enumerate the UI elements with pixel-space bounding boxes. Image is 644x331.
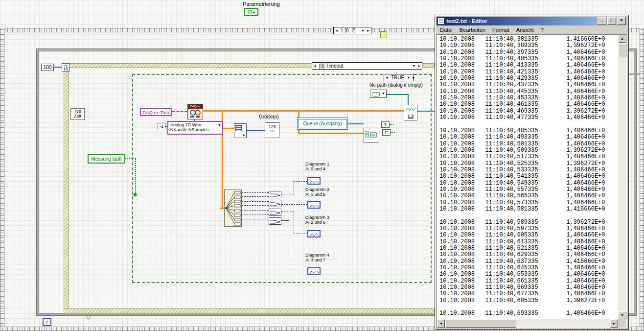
menu-bearbeiten[interactable]: Bearbeiten <box>456 26 489 33</box>
wait-until-next-ms-icon[interactable] <box>62 63 70 71</box>
notepad-menu-bar: Datei Bearbeiten Format Ansicht ? <box>437 25 627 34</box>
chart-terminal-3[interactable] <box>307 230 321 237</box>
loop-iteration-terminal[interactable]: i <box>43 318 51 326</box>
labview-block-diagram: Parametrierung TF▸ ◄ 1 [0..2] ▼ ► i 100 … <box>0 0 644 331</box>
enqueue-element-node[interactable] <box>364 128 379 142</box>
parametrierung-boolean-terminal[interactable]: TF▸ <box>244 8 258 16</box>
wait-ms-constant[interactable]: 100 <box>41 64 54 71</box>
terminal-arrow-icon: ▸ <box>253 10 255 14</box>
polymorphic-selector[interactable]: Analog 1D Wfm NKanäle NSamples ▼ <box>167 121 223 135</box>
poly-dropdown-icon[interactable]: ▼ <box>218 123 221 127</box>
close-button[interactable]: × <box>617 17 626 25</box>
messung-laeuft-indicator[interactable]: Messung läuft <box>88 154 125 164</box>
chart-terminal-4[interactable] <box>307 267 321 275</box>
chart-glyph-icon <box>308 270 320 275</box>
inner-case-selector[interactable]: ◄ TRUE ▼ ► <box>384 74 414 81</box>
frame-dropdown-icon[interactable]: ▼ <box>360 29 366 32</box>
scrollbar-corner <box>618 319 626 328</box>
diagram-3-label: Diagramm 3AI 2 und 6 <box>305 215 329 225</box>
parametrierung-label: Parametrierung <box>243 1 280 7</box>
array-size-node[interactable]: ▸ <box>234 123 247 138</box>
groesse-label: Größe(n) <box>259 114 279 119</box>
waveform-wire <box>203 110 404 112</box>
file-path-control[interactable]: ▼ <box>370 90 387 98</box>
inner-case-next-icon[interactable]: ► <box>411 76 416 79</box>
waveform-glyph-icon <box>405 106 416 113</box>
chart-wire <box>289 220 289 271</box>
menu-ansicht[interactable]: Ansicht <box>513 26 537 33</box>
chart-terminal-2[interactable] <box>307 201 321 209</box>
boolean-false-constant[interactable]: F <box>382 129 391 136</box>
neg-one-constant[interactable]: -1 <box>158 123 165 129</box>
inner-case-border <box>132 74 432 283</box>
path-dropdown-icon: ▼ <box>382 92 385 95</box>
boolean-wire <box>135 158 136 195</box>
chart-wire <box>242 219 269 219</box>
maximize-button[interactable]: □ <box>607 17 616 25</box>
boolean-wire <box>390 124 394 125</box>
chart-wire <box>242 223 269 223</box>
queue-ausgang-constant[interactable]: Queue (Ausgang) <box>299 119 346 128</box>
chart-wire <box>294 212 294 234</box>
chart-wire <box>281 220 289 221</box>
editor-text[interactable]: 10.10.2008 11:10:40,381335 1,416660E+0 1… <box>439 36 617 318</box>
diagram-1-label: Diagramm 1AI 0 und 4 <box>305 162 329 172</box>
refnum-wire <box>417 111 435 112</box>
daqmx-read-node[interactable]: DAQmx <box>187 104 203 119</box>
path-wire <box>408 95 409 105</box>
waveform-wire <box>220 208 224 209</box>
notepad-window: test2.txt - Editor _ □ × Datei Bearbeite… <box>435 15 629 330</box>
vertical-scrollbar[interactable]: ▲ ▼ <box>618 35 626 319</box>
scroll-up-icon[interactable]: ▲ <box>618 35 626 43</box>
sequence-frame-selector[interactable]: ◄ 1 [0..2] ▼ ► <box>333 27 371 34</box>
vertical-scroll-thumb[interactable] <box>618 44 626 57</box>
bundle-node[interactable] <box>269 217 281 225</box>
daqmx-task-constant[interactable]: DAQmx-Task <box>140 108 172 116</box>
notepad-title-bar[interactable]: test2.txt - Editor _ □ × <box>437 17 627 25</box>
chart-wire <box>289 271 307 271</box>
scroll-right-icon[interactable]: ► <box>610 319 618 328</box>
chart-wire <box>281 194 294 194</box>
coercion-dot <box>86 315 91 320</box>
case-selector[interactable]: ◄ [0] Timeout ▼ ► <box>312 62 422 70</box>
inner-case-dropdown-icon[interactable]: ▼ <box>406 76 411 79</box>
horizontal-scroll-thumb[interactable] <box>445 319 516 328</box>
chart-wire <box>242 214 269 214</box>
chart-glyph-icon <box>308 204 320 209</box>
typ-zeit-constant[interactable]: Typ Zeit <box>70 108 85 120</box>
frame-next-icon[interactable]: ► <box>366 29 371 32</box>
unbundle-fan-icon <box>225 190 241 226</box>
chart-terminal-1[interactable] <box>307 177 321 185</box>
menu-help[interactable]: ? <box>537 26 547 33</box>
minimize-button[interactable]: _ <box>598 17 606 25</box>
bundle-node[interactable] <box>269 209 281 216</box>
chart-glyph-icon <box>308 233 320 238</box>
case-prev-icon[interactable]: ◄ <box>312 64 318 68</box>
frame-prev-icon[interactable]: ◄ <box>334 29 339 32</box>
bundle-glyph-icon <box>269 192 281 198</box>
horizontal-scrollbar[interactable]: ◄ ► <box>437 319 618 328</box>
chart-wire <box>294 181 307 182</box>
chart-wire <box>281 204 307 205</box>
inner-case-prev-icon[interactable]: ◄ <box>384 76 390 79</box>
to-int-node[interactable]: 123 I32 <box>265 122 279 138</box>
bundle-node[interactable] <box>269 191 281 198</box>
queue-wire <box>346 123 364 124</box>
bundle-node[interactable] <box>269 200 281 207</box>
chart-wire <box>294 181 294 194</box>
daqmx-read-body <box>188 109 203 119</box>
boolean-true-constant[interactable]: T <box>381 121 390 128</box>
sequence-local-terminal-icon[interactable] <box>380 31 387 38</box>
daqmx-read-glyph-icon <box>188 109 202 118</box>
scroll-down-icon[interactable]: ▼ <box>618 311 626 319</box>
menu-datei[interactable]: Datei <box>437 26 456 33</box>
scroll-left-icon[interactable]: ◄ <box>437 319 445 328</box>
bundle-glyph-icon <box>269 210 281 216</box>
menu-format[interactable]: Format <box>489 26 513 33</box>
write-waveform-node[interactable] <box>404 105 417 120</box>
case-dropdown-icon[interactable]: ▼ <box>411 64 416 68</box>
unbundle-node[interactable] <box>224 189 242 227</box>
chart-wire <box>281 212 294 212</box>
case-next-icon[interactable]: ► <box>416 64 422 68</box>
waveform-wire <box>222 128 234 129</box>
